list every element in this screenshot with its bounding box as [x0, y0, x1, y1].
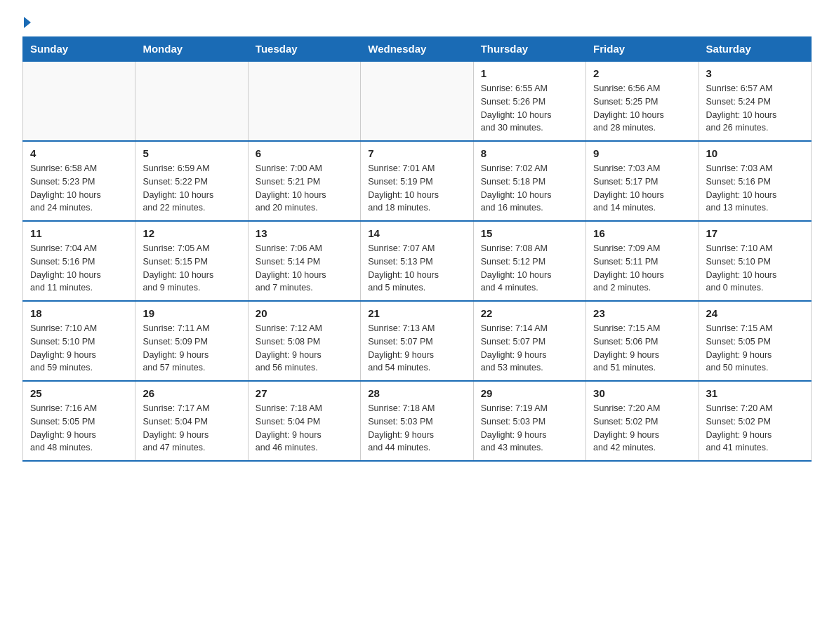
day-number: 22	[481, 307, 578, 319]
day-info: Sunrise: 6:55 AM Sunset: 5:26 PM Dayligh…	[481, 82, 578, 135]
logo-arrow-icon	[24, 17, 31, 28]
day-number: 26	[143, 387, 240, 399]
day-number: 16	[593, 227, 691, 239]
day-info: Sunrise: 6:57 AM Sunset: 5:24 PM Dayligh…	[706, 82, 804, 135]
day-number: 28	[368, 387, 465, 399]
day-info: Sunrise: 7:20 AM Sunset: 5:02 PM Dayligh…	[706, 402, 804, 455]
day-info: Sunrise: 6:56 AM Sunset: 5:25 PM Dayligh…	[593, 82, 691, 135]
weekday-header-monday: Monday	[135, 37, 248, 62]
weekday-header-wednesday: Wednesday	[361, 37, 473, 62]
day-info: Sunrise: 7:03 AM Sunset: 5:17 PM Dayligh…	[593, 162, 691, 215]
calendar-week-row: 11Sunrise: 7:04 AM Sunset: 5:16 PM Dayli…	[23, 221, 812, 301]
calendar-cell: 20Sunrise: 7:12 AM Sunset: 5:08 PM Dayli…	[248, 301, 360, 381]
day-number: 1	[481, 67, 578, 79]
calendar-week-row: 1Sunrise: 6:55 AM Sunset: 5:26 PM Daylig…	[23, 61, 812, 141]
logo	[22, 17, 31, 24]
day-info: Sunrise: 7:19 AM Sunset: 5:03 PM Dayligh…	[481, 402, 578, 455]
day-number: 31	[706, 387, 804, 399]
day-number: 2	[593, 67, 691, 79]
weekday-header-friday: Friday	[586, 37, 699, 62]
day-info: Sunrise: 7:00 AM Sunset: 5:21 PM Dayligh…	[256, 162, 353, 215]
logo-text	[22, 17, 31, 27]
calendar-header: SundayMondayTuesdayWednesdayThursdayFrid…	[23, 37, 812, 62]
calendar-cell: 12Sunrise: 7:05 AM Sunset: 5:15 PM Dayli…	[135, 221, 248, 301]
calendar-week-row: 18Sunrise: 7:10 AM Sunset: 5:10 PM Dayli…	[23, 301, 812, 381]
weekday-header-tuesday: Tuesday	[248, 37, 360, 62]
calendar-cell: 28Sunrise: 7:18 AM Sunset: 5:03 PM Dayli…	[361, 381, 473, 461]
header-row: SundayMondayTuesdayWednesdayThursdayFrid…	[23, 37, 812, 62]
calendar-cell	[361, 61, 473, 141]
calendar-cell: 22Sunrise: 7:14 AM Sunset: 5:07 PM Dayli…	[473, 301, 585, 381]
day-number: 21	[368, 307, 465, 319]
day-number: 7	[368, 147, 465, 159]
calendar-cell: 21Sunrise: 7:13 AM Sunset: 5:07 PM Dayli…	[361, 301, 473, 381]
calendar-cell: 3Sunrise: 6:57 AM Sunset: 5:24 PM Daylig…	[699, 61, 811, 141]
day-number: 4	[30, 147, 128, 159]
day-info: Sunrise: 7:10 AM Sunset: 5:10 PM Dayligh…	[30, 322, 128, 375]
calendar-cell: 1Sunrise: 6:55 AM Sunset: 5:26 PM Daylig…	[473, 61, 585, 141]
day-number: 15	[481, 227, 578, 239]
day-info: Sunrise: 7:09 AM Sunset: 5:11 PM Dayligh…	[593, 242, 691, 295]
weekday-header-sunday: Sunday	[23, 37, 135, 62]
day-number: 13	[256, 227, 353, 239]
day-number: 29	[481, 387, 578, 399]
calendar-cell: 18Sunrise: 7:10 AM Sunset: 5:10 PM Dayli…	[23, 301, 135, 381]
day-info: Sunrise: 7:16 AM Sunset: 5:05 PM Dayligh…	[30, 402, 128, 455]
calendar-cell: 2Sunrise: 6:56 AM Sunset: 5:25 PM Daylig…	[586, 61, 699, 141]
day-info: Sunrise: 7:15 AM Sunset: 5:05 PM Dayligh…	[706, 322, 804, 375]
day-number: 14	[368, 227, 465, 239]
day-info: Sunrise: 7:08 AM Sunset: 5:12 PM Dayligh…	[481, 242, 578, 295]
calendar-cell: 31Sunrise: 7:20 AM Sunset: 5:02 PM Dayli…	[699, 381, 811, 461]
day-number: 30	[593, 387, 691, 399]
calendar-cell: 17Sunrise: 7:10 AM Sunset: 5:10 PM Dayli…	[699, 221, 811, 301]
calendar-cell	[135, 61, 248, 141]
calendar-cell: 5Sunrise: 6:59 AM Sunset: 5:22 PM Daylig…	[135, 141, 248, 221]
calendar-cell: 14Sunrise: 7:07 AM Sunset: 5:13 PM Dayli…	[361, 221, 473, 301]
day-info: Sunrise: 7:04 AM Sunset: 5:16 PM Dayligh…	[30, 242, 128, 295]
calendar-week-row: 4Sunrise: 6:58 AM Sunset: 5:23 PM Daylig…	[23, 141, 812, 221]
calendar-body: 1Sunrise: 6:55 AM Sunset: 5:26 PM Daylig…	[23, 61, 812, 461]
day-number: 10	[706, 147, 804, 159]
day-info: Sunrise: 7:03 AM Sunset: 5:16 PM Dayligh…	[706, 162, 804, 215]
day-info: Sunrise: 7:15 AM Sunset: 5:06 PM Dayligh…	[593, 322, 691, 375]
calendar-cell: 15Sunrise: 7:08 AM Sunset: 5:12 PM Dayli…	[473, 221, 585, 301]
day-number: 3	[706, 67, 804, 79]
day-number: 8	[481, 147, 578, 159]
calendar-cell: 23Sunrise: 7:15 AM Sunset: 5:06 PM Dayli…	[586, 301, 699, 381]
calendar-cell: 26Sunrise: 7:17 AM Sunset: 5:04 PM Dayli…	[135, 381, 248, 461]
day-number: 12	[143, 227, 240, 239]
day-info: Sunrise: 7:17 AM Sunset: 5:04 PM Dayligh…	[143, 402, 240, 455]
calendar-cell: 27Sunrise: 7:18 AM Sunset: 5:04 PM Dayli…	[248, 381, 360, 461]
day-info: Sunrise: 6:59 AM Sunset: 5:22 PM Dayligh…	[143, 162, 240, 215]
calendar-cell: 4Sunrise: 6:58 AM Sunset: 5:23 PM Daylig…	[23, 141, 135, 221]
day-info: Sunrise: 7:18 AM Sunset: 5:04 PM Dayligh…	[256, 402, 353, 455]
weekday-header-saturday: Saturday	[699, 37, 811, 62]
calendar-week-row: 25Sunrise: 7:16 AM Sunset: 5:05 PM Dayli…	[23, 381, 812, 461]
day-number: 24	[706, 307, 804, 319]
day-info: Sunrise: 7:18 AM Sunset: 5:03 PM Dayligh…	[368, 402, 465, 455]
day-number: 6	[256, 147, 353, 159]
calendar-cell: 10Sunrise: 7:03 AM Sunset: 5:16 PM Dayli…	[699, 141, 811, 221]
day-info: Sunrise: 7:20 AM Sunset: 5:02 PM Dayligh…	[593, 402, 691, 455]
day-number: 9	[593, 147, 691, 159]
day-number: 11	[30, 227, 128, 239]
day-info: Sunrise: 7:06 AM Sunset: 5:14 PM Dayligh…	[256, 242, 353, 295]
calendar-cell	[23, 61, 135, 141]
calendar-cell: 9Sunrise: 7:03 AM Sunset: 5:17 PM Daylig…	[586, 141, 699, 221]
calendar-cell: 16Sunrise: 7:09 AM Sunset: 5:11 PM Dayli…	[586, 221, 699, 301]
day-number: 17	[706, 227, 804, 239]
day-info: Sunrise: 7:10 AM Sunset: 5:10 PM Dayligh…	[706, 242, 804, 295]
day-info: Sunrise: 7:05 AM Sunset: 5:15 PM Dayligh…	[143, 242, 240, 295]
calendar-cell: 24Sunrise: 7:15 AM Sunset: 5:05 PM Dayli…	[699, 301, 811, 381]
day-number: 23	[593, 307, 691, 319]
calendar-cell: 25Sunrise: 7:16 AM Sunset: 5:05 PM Dayli…	[23, 381, 135, 461]
day-number: 25	[30, 387, 128, 399]
calendar-cell: 19Sunrise: 7:11 AM Sunset: 5:09 PM Dayli…	[135, 301, 248, 381]
day-info: Sunrise: 7:14 AM Sunset: 5:07 PM Dayligh…	[481, 322, 578, 375]
calendar-cell	[248, 61, 360, 141]
calendar-cell: 11Sunrise: 7:04 AM Sunset: 5:16 PM Dayli…	[23, 221, 135, 301]
day-info: Sunrise: 7:12 AM Sunset: 5:08 PM Dayligh…	[256, 322, 353, 375]
calendar-cell: 13Sunrise: 7:06 AM Sunset: 5:14 PM Dayli…	[248, 221, 360, 301]
weekday-header-thursday: Thursday	[473, 37, 585, 62]
day-info: Sunrise: 7:02 AM Sunset: 5:18 PM Dayligh…	[481, 162, 578, 215]
